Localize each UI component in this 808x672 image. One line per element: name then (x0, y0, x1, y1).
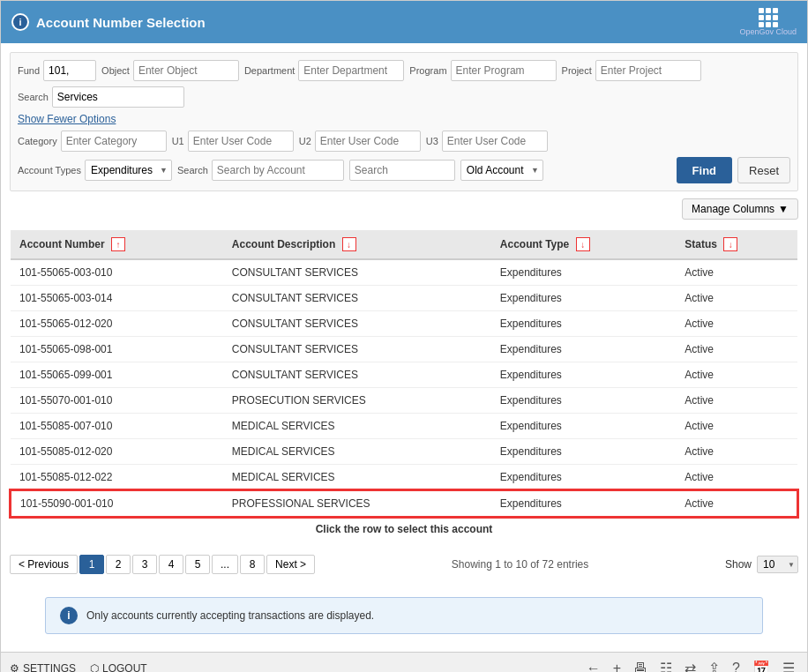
program-label: Program (409, 65, 446, 76)
department-input[interactable] (298, 60, 404, 81)
cell-status: Active (676, 362, 797, 388)
add-icon[interactable]: + (610, 658, 625, 672)
old-account-select-wrap[interactable]: Old Account (460, 160, 543, 181)
object-input[interactable] (133, 60, 239, 81)
table-row[interactable]: 101-55085-012-020MEDICAL SERVICESExpendi… (11, 439, 797, 465)
cell-status: Active (676, 337, 797, 362)
logout-button[interactable]: ⬡ LOGOUT (90, 662, 147, 673)
table-row[interactable]: 101-55065-099-001CONSULTANT SERVICESExpe… (11, 362, 797, 388)
account-types-select[interactable]: Expenditures Revenue All (85, 160, 172, 181)
cell-account_description: CONSULTANT SERVICES (223, 337, 491, 362)
cell-account_type: Expenditures (491, 490, 677, 517)
cell-status: Active (676, 311, 797, 337)
settings-icon: ⚙ (10, 662, 19, 673)
find-button[interactable]: Find (677, 157, 732, 183)
logout-icon: ⬡ (90, 662, 99, 673)
bottom-right-icons: ← + 🖶 ☷ ⇄ ⇪ ? 📅 ☰ (583, 658, 798, 672)
page-4-btn[interactable]: 4 (159, 555, 183, 574)
table-icon[interactable]: ☷ (656, 658, 676, 672)
cell-account_number: 101-55090-001-010 (11, 490, 223, 517)
pagination: < Previous 1 2 3 4 5 ... 8 Next > (10, 555, 315, 574)
cell-account_type: Expenditures (491, 259, 677, 286)
cell-account_number: 101-55065-003-014 (11, 286, 223, 311)
table-row[interactable]: 101-55065-012-020CONSULTANT SERVICESExpe… (11, 311, 797, 337)
sort-account-number-btn[interactable]: ↑ (111, 237, 125, 251)
table-row[interactable]: 101-55070-001-010PROSECUTION SERVICESExp… (11, 388, 797, 414)
table-row[interactable]: 101-55090-001-010PROFESSIONAL SERVICESEx… (11, 490, 797, 517)
reset-button[interactable]: Reset (737, 157, 790, 183)
settings-label: SETTINGS (23, 662, 76, 673)
filter-section: Fund Object Department Program Project (10, 52, 798, 191)
back-icon[interactable]: ← (583, 658, 604, 672)
cell-account_number: 101-55065-098-001 (11, 337, 223, 362)
old-account-select[interactable]: Old Account (460, 160, 543, 181)
project-input[interactable] (595, 60, 701, 81)
transfer-icon[interactable]: ⇄ (681, 658, 700, 672)
cell-status: Active (676, 490, 797, 517)
help-icon[interactable]: ? (729, 658, 744, 672)
show-select[interactable]: 10 25 50 100 (757, 556, 798, 573)
u3-input[interactable] (442, 131, 548, 152)
fund-label: Fund (18, 65, 40, 76)
prev-page-btn[interactable]: < Previous (10, 555, 78, 574)
account-types-select-wrap[interactable]: Expenditures Revenue All (85, 160, 172, 181)
cell-account_description: CONSULTANT SERVICES (223, 286, 491, 311)
table-row[interactable]: 101-55085-007-010MEDICAL SERVICESExpendi… (11, 414, 797, 439)
search2-input[interactable] (212, 160, 344, 181)
cell-account_description: MEDICAL SERVICES (223, 439, 491, 465)
page-title: Account Number Selection (36, 15, 206, 30)
cell-account_number: 101-55070-001-010 (11, 388, 223, 414)
calendar-icon[interactable]: 📅 (749, 658, 774, 672)
u2-input[interactable] (315, 131, 421, 152)
page-5-btn[interactable]: 5 (185, 555, 210, 574)
search-input[interactable] (52, 86, 184, 108)
cell-status: Active (676, 259, 797, 286)
sort-status-btn[interactable]: ↓ (723, 237, 737, 251)
cell-account_type: Expenditures (491, 465, 677, 491)
table-row[interactable]: 101-55085-012-022MEDICAL SERVICESExpendi… (11, 465, 797, 491)
cell-status: Active (676, 414, 797, 439)
page-1-btn[interactable]: 1 (79, 555, 104, 574)
page-info: Showing 1 to 10 of 72 entries (452, 558, 588, 571)
manage-columns-button[interactable]: Manage Columns ▼ (682, 198, 798, 220)
page-3-btn[interactable]: 3 (132, 555, 157, 574)
next-page-btn[interactable]: Next > (266, 555, 315, 574)
upload-icon[interactable]: ⇪ (705, 658, 723, 672)
cell-account_number: 101-55065-012-020 (11, 311, 223, 337)
opengo-label: OpenGov Cloud (739, 27, 797, 36)
menu-icon[interactable]: ☰ (779, 658, 798, 672)
info-message: Only accounts currently accepting transa… (86, 609, 374, 622)
col-account-type: Account Type ↓ (491, 230, 677, 259)
cell-account_description: CONSULTANT SERVICES (223, 362, 491, 388)
cell-account_description: CONSULTANT SERVICES (223, 311, 491, 337)
program-input[interactable] (451, 60, 557, 81)
sort-account-description-btn[interactable]: ↓ (342, 237, 356, 251)
fund-input[interactable] (43, 60, 96, 81)
cell-account_type: Expenditures (491, 362, 677, 388)
page-2-btn[interactable]: 2 (106, 555, 131, 574)
cell-account_number: 101-55085-012-020 (11, 439, 223, 465)
page-8-btn[interactable]: 8 (240, 555, 265, 574)
show-select-wrap[interactable]: 10 25 50 100 (757, 556, 798, 573)
print-icon[interactable]: 🖶 (630, 658, 651, 672)
show-fewer-link[interactable]: Show Fewer Options (18, 113, 116, 125)
cell-account_description: MEDICAL SERVICES (223, 414, 491, 439)
bottom-left-buttons: ⚙ SETTINGS ⬡ LOGOUT (10, 662, 147, 673)
table-row[interactable]: 101-55065-003-014CONSULTANT SERVICESExpe… (11, 286, 797, 311)
grid-icon (759, 8, 778, 27)
settings-button[interactable]: ⚙ SETTINGS (10, 662, 76, 673)
table-container: Account Number ↑ Account Description ↓ A… (10, 230, 798, 541)
show-row: Show 10 25 50 100 (725, 556, 798, 573)
cell-account_type: Expenditures (491, 286, 677, 311)
cell-account_type: Expenditures (491, 439, 677, 465)
u1-input[interactable] (188, 131, 294, 152)
table-row[interactable]: 101-55065-098-001CONSULTANT SERVICESExpe… (11, 337, 797, 362)
search3-input[interactable] (349, 160, 455, 181)
table-row[interactable]: 101-55065-003-010CONSULTANT SERVICESExpe… (11, 259, 797, 286)
project-label: Project (562, 65, 592, 76)
cell-account_type: Expenditures (491, 337, 677, 362)
info-icon: i (60, 607, 78, 624)
col-status: Status ↓ (676, 230, 797, 259)
category-input[interactable] (61, 131, 167, 152)
sort-account-type-btn[interactable]: ↓ (576, 237, 590, 251)
